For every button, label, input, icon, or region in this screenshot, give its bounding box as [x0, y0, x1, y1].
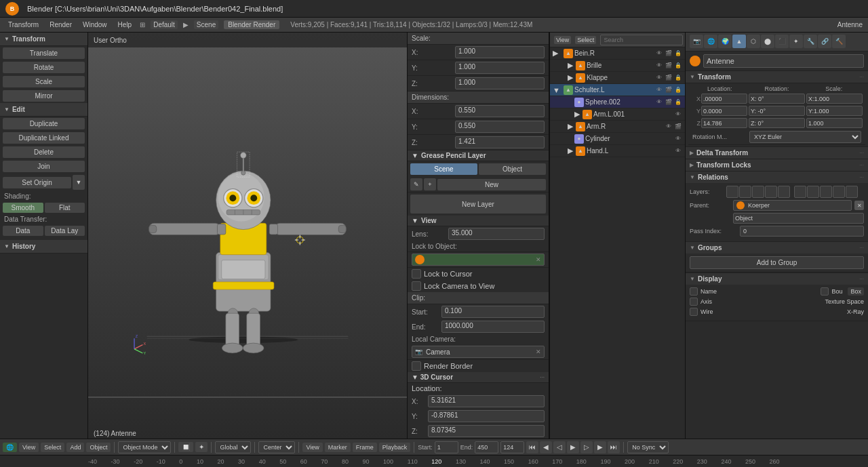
set-origin-menu[interactable]: ▼	[73, 175, 85, 190]
lock-cursor-checkbox[interactable]	[412, 269, 421, 279]
scale-y-right-field[interactable]: Y:1.000	[806, 106, 863, 116]
scene-name[interactable]: Scene	[194, 20, 218, 29]
item-vis-bein-r[interactable]: 👁	[655, 49, 663, 58]
play-jump-end[interactable]: ⏭	[608, 441, 620, 453]
loc-z-field[interactable]: 14.786	[701, 118, 747, 128]
parent-close-btn[interactable]: ✕	[854, 201, 864, 210]
add-to-group-btn[interactable]: Add to Group	[690, 256, 864, 269]
item-vis-sphere002[interactable]: 👁	[655, 98, 663, 106]
item-render-bein-r[interactable]: 🎬	[665, 49, 673, 58]
clip-start-field[interactable]: 0.100	[441, 306, 545, 318]
parent-field[interactable]: Koerper	[733, 200, 852, 211]
loc-y-field[interactable]: 0.0000	[701, 106, 747, 116]
set-origin-button[interactable]: Set Origin	[3, 177, 71, 188]
rot-mode-select[interactable]: XYZ Euler	[749, 131, 861, 143]
data-button[interactable]: Data	[3, 226, 43, 236]
outliner-item-brille[interactable]: ▶ ▲ Brille 👁 🎬 🔒	[550, 60, 685, 72]
scale-button[interactable]: Scale	[3, 76, 85, 87]
add-btn[interactable]: Add	[66, 443, 84, 452]
outliner-item-sphere002[interactable]: ● Sphere.002 👁 🎬 🔒	[550, 96, 685, 108]
pivot-btn[interactable]: ✦	[195, 442, 208, 452]
dim-x-field[interactable]: 0.550	[455, 105, 545, 117]
layer-8[interactable]	[820, 186, 832, 198]
playback-btn[interactable]: Playback	[379, 443, 411, 452]
outliner-item-cylinder[interactable]: ● Cylinder 👁	[550, 133, 685, 145]
rot-x-field[interactable]: X: 0°	[749, 94, 805, 104]
viewport-shade-btn[interactable]: 🔲	[178, 442, 193, 452]
scale-x-right-field[interactable]: X:1.000	[806, 94, 863, 104]
play-play[interactable]: ▶	[567, 441, 579, 453]
play-jump-start[interactable]: ⏮	[526, 441, 538, 453]
props-icon-world[interactable]: 🌍	[718, 35, 732, 48]
duplicate-button[interactable]: Duplicate	[3, 118, 85, 129]
item-render-brille[interactable]: 🎬	[665, 62, 673, 70]
outliner-search-input[interactable]	[600, 35, 683, 45]
outliner-item-bein-r[interactable]: ▶ ▲ Bein.R 👁 🎬 🔒	[550, 47, 685, 60]
props-icon-mesh[interactable]: ⬡	[747, 35, 760, 48]
menu-window[interactable]: Window	[80, 20, 110, 30]
layer-4[interactable]	[765, 186, 777, 198]
item-vis-hand-l[interactable]: 👁	[674, 147, 682, 155]
transform-locks-header[interactable]: ▶ Transform Locks ···	[686, 159, 868, 171]
item-vis-arm-r[interactable]: 👁	[665, 123, 673, 131]
outliner-view-btn[interactable]: View	[554, 36, 571, 44]
center-select[interactable]: Center	[258, 441, 295, 453]
delete-button[interactable]: Delete	[3, 146, 85, 158]
scale-y-field[interactable]: 1.000	[455, 62, 545, 74]
props-icon-constraints[interactable]: 🔗	[818, 35, 831, 48]
no-sync-select[interactable]: No Sync	[627, 441, 669, 453]
duplicate-linked-button[interactable]: Duplicate Linked	[3, 132, 85, 144]
start-frame-field[interactable]: 1	[435, 441, 458, 453]
clip-end-field[interactable]: 1000.000	[441, 321, 545, 333]
layer-3[interactable]	[752, 186, 764, 198]
camera-field[interactable]: 📷 Camera ✕	[412, 346, 545, 358]
rotate-button[interactable]: Rotate	[3, 62, 85, 73]
global-select[interactable]: Global	[215, 441, 251, 453]
wire-checkbox[interactable]	[690, 308, 698, 316]
outliner-item-klappe[interactable]: ▶ ▲ Klappe 👁 🎬 🔒	[550, 72, 685, 84]
obj-name-field[interactable]	[703, 54, 864, 68]
viewport[interactable]: User Ortho	[88, 33, 407, 439]
item-render-arm-r[interactable]: 🎬	[674, 123, 682, 131]
name-checkbox[interactable]	[690, 287, 698, 296]
item-vis-brille[interactable]: 👁	[655, 62, 663, 70]
props-icon-render[interactable]: 📷	[690, 35, 703, 48]
item-lock-klappe[interactable]: 🔒	[674, 74, 682, 82]
cursor-z-field[interactable]: 8.07345	[428, 425, 545, 437]
history-section-header[interactable]: ▼ History	[0, 240, 87, 253]
delta-transform-header[interactable]: ▶ Delta Transform ···	[686, 147, 868, 159]
lock-obj-field[interactable]: ✕	[412, 253, 545, 266]
props-icon-particles[interactable]: ✦	[789, 35, 803, 48]
dim-y-field[interactable]: 0.550	[455, 121, 545, 133]
item-vis-arm-l001[interactable]: 👁	[674, 110, 682, 119]
translate-button[interactable]: Translate	[3, 47, 85, 59]
menu-file[interactable]: Transform	[5, 20, 41, 30]
menu-help[interactable]: Help	[115, 20, 135, 30]
layer-9[interactable]	[833, 186, 845, 198]
smooth-button[interactable]: Smooth	[3, 203, 43, 213]
gp-add-btn[interactable]: +	[424, 178, 436, 190]
item-render-schulter-l[interactable]: 🎬	[665, 86, 673, 94]
play-prev-frame[interactable]: ◁	[553, 441, 566, 453]
layer-10[interactable]	[846, 186, 858, 198]
new-layer-button[interactable]: New Layer	[410, 195, 546, 214]
item-vis-cylinder[interactable]: 👁	[674, 135, 682, 143]
outliner-item-hand-l[interactable]: ▶ ▲ Hand.L 👁	[550, 145, 685, 157]
relations-header[interactable]: ▼ Relations ···	[686, 171, 868, 183]
grease-pencil-header[interactable]: ▼ Grease Pencil Layer	[408, 150, 549, 161]
gp-new-btn[interactable]: New	[437, 179, 546, 190]
scale-z-field[interactable]: 1.000	[455, 77, 545, 89]
data-lay-button[interactable]: Data Lay	[45, 226, 85, 236]
item-render-klappe[interactable]: 🎬	[665, 74, 673, 82]
rot-y-field[interactable]: Y: -0°	[749, 106, 805, 116]
layer-7[interactable]	[807, 186, 819, 198]
scene-tab[interactable]: Scene	[410, 163, 477, 175]
lens-field[interactable]: 35.000	[448, 228, 545, 240]
pass-index-field[interactable]: 0	[740, 226, 864, 237]
object-btn[interactable]: Object	[86, 443, 111, 452]
outliner-select-btn[interactable]: Select	[575, 36, 596, 44]
end-frame-field[interactable]: 450	[475, 441, 498, 453]
parent-type-field[interactable]: Object	[733, 213, 864, 224]
play-prev-key[interactable]: ◀	[540, 441, 552, 453]
cursor-y-field[interactable]: -0.87861	[428, 410, 545, 422]
